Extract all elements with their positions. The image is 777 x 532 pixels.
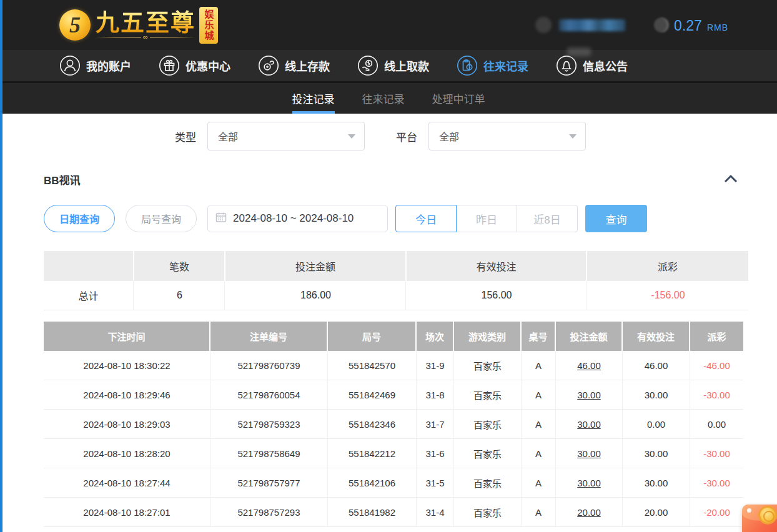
records-clipboard-icon [457,55,478,76]
platform-filter-select[interactable]: 全部 [428,122,586,150]
cell-order-no: 521798760054 [210,380,328,409]
cell-payout: -46.00 [690,351,743,380]
user-icon [59,55,81,76]
date-range-value: 2024-08-10 ~ 2024-08-10 [233,212,354,225]
red-envelope-float[interactable] [742,505,777,532]
round-query-button[interactable]: 局号查询 [126,205,197,232]
bet-records-table: 下注时间 注单编号 局号 场次 游戏类别 桌号 投注金额 有效投注 派彩 202… [44,322,743,527]
bell-icon [556,55,577,76]
cell-game-type: 百家乐 [454,439,522,468]
cell-bet-amount-link[interactable]: 30.00 [556,439,623,468]
nav-item-promotions[interactable]: 优惠中心 [159,55,230,76]
cell-order-no: 521798760739 [210,351,328,380]
yesterday-button[interactable]: 昨日 [456,205,517,232]
balance-amount: 0.27 [674,17,702,34]
site-logo[interactable]: 5 九五至尊 ∞ 娱乐城 [59,7,218,44]
summary-header-payout: 派彩 [587,251,748,281]
cell-round-no: 551842346 [328,410,417,438]
deposit-coin-icon [258,55,279,76]
logo-coin-icon: 5 [59,9,91,41]
summary-payout: -156.00 [586,281,748,310]
search-button[interactable]: 查询 [585,205,647,232]
tab-bet-records[interactable]: 投注记录 [292,83,335,114]
avatar-icon [535,17,552,33]
chevron-down-icon [569,134,577,139]
cell-bet-amount-link[interactable]: 30.00 [556,468,623,497]
record-tabs: 投注记录 往来记录 处理中订单 [0,83,777,114]
cell-game-type: 百家乐 [454,468,522,497]
summary-count: 6 [133,281,224,310]
type-filter-value: 全部 [218,129,238,144]
bet-table-body: 2024-08-10 18:30:22 521798760739 5518425… [44,351,743,527]
nav-item-announcements[interactable]: 信息公告 [556,55,628,76]
cell-bet-amount-link[interactable]: 30.00 [556,410,623,438]
chevron-up-icon[interactable] [723,174,738,186]
filter-row: 类型 全部 平台 全部 [175,122,743,150]
chevron-down-icon [348,134,355,139]
cell-order-no: 521798757977 [210,468,328,497]
cell-payout: 0.00 [690,410,743,438]
cell-table-no: A [522,468,556,497]
table-row: 2024-08-10 18:29:46 521798760054 5518424… [44,380,743,410]
cell-table-no: A [522,380,556,409]
date-range-input[interactable]: 2024-08-10 ~ 2024-08-10 [207,205,388,232]
col-header-bet-time: 下注时间 [44,322,210,351]
brand-sub-badge: 娱乐城 [199,7,218,44]
cell-payout: -20.00 [690,498,743,526]
table-row: 2024-08-10 18:27:01 521798757293 5518419… [44,498,743,527]
col-header-valid-bet: 有效投注 [623,322,690,351]
cell-session: 31-7 [417,410,454,438]
cell-payout: -30.00 [690,439,743,468]
top-header: 5 九五至尊 ∞ 娱乐城 0.27 RMB [0,0,777,50]
summary-table: 笔数 投注金额 有效投注 派彩 总计 6 186.00 156.00 -156.… [44,251,743,310]
cell-order-no: 521798758649 [210,439,328,468]
summary-bet-amount: 186.00 [224,281,405,310]
tab-pending-orders[interactable]: 处理中订单 [432,83,485,114]
cell-session: 31-5 [417,468,454,497]
summary-header-count: 笔数 [134,251,224,281]
col-header-payout: 派彩 [690,322,743,351]
username-censored [535,17,625,33]
tab-transaction-records[interactable]: 往来记录 [362,83,405,114]
type-filter-select[interactable]: 全部 [207,122,365,150]
col-header-order-no: 注单编号 [210,322,328,351]
cell-game-type: 百家乐 [454,351,522,380]
cell-round-no: 551842469 [328,380,417,409]
nav-item-deposit[interactable]: 线上存款 [258,55,330,76]
cell-bet-amount-link[interactable]: 30.00 [556,380,623,409]
nav-item-my-account[interactable]: 我的账户 [59,55,131,76]
cell-bet-amount-link[interactable]: 20.00 [556,498,623,526]
section-title: BB视讯 [44,172,81,187]
sparkle-icon [747,508,751,513]
summary-total-label: 总计 [44,281,133,310]
main-nav: 我的账户 优惠中心 线上存款 线上取款 [0,50,777,83]
nav-item-transaction-records[interactable]: 往来记录 [457,55,528,76]
last-8-days-button[interactable]: 近8日 [517,205,578,232]
nav-label: 我的账户 [86,57,131,74]
nav-label: 信息公告 [583,57,628,74]
cell-bet-time: 2024-08-10 18:30:22 [44,351,210,380]
today-button[interactable]: 今日 [395,205,457,232]
date-query-button[interactable]: 日期查询 [44,205,115,232]
cell-valid-bet: 0.00 [623,410,690,438]
summary-header-blank [44,251,133,281]
nav-label: 优惠中心 [186,57,230,74]
cell-table-no: A [522,439,556,468]
cell-game-type: 百家乐 [454,410,522,438]
cell-valid-bet: 30.00 [623,468,690,497]
cell-payout: -30.00 [690,468,743,497]
badge-censored [567,47,591,56]
cell-session: 31-4 [417,498,454,526]
balance-display: 0.27 RMB [654,16,728,34]
cell-session: 31-6 [417,439,454,468]
cell-bet-time: 2024-08-10 18:29:46 [44,380,210,409]
cell-order-no: 521798759323 [210,410,328,438]
summary-header-bet-amount: 投注金额 [225,251,405,281]
gold-coin-icon [758,506,777,525]
table-row: 2024-08-10 18:30:22 521798760739 5518425… [44,351,743,380]
col-header-bet-amount: 投注金额 [556,322,623,351]
cell-valid-bet: 30.00 [623,439,690,468]
nav-item-withdraw[interactable]: 线上取款 [357,55,429,76]
cell-bet-amount-link[interactable]: 46.00 [556,351,623,380]
quick-date-group: 今日 昨日 近8日 [395,205,578,232]
